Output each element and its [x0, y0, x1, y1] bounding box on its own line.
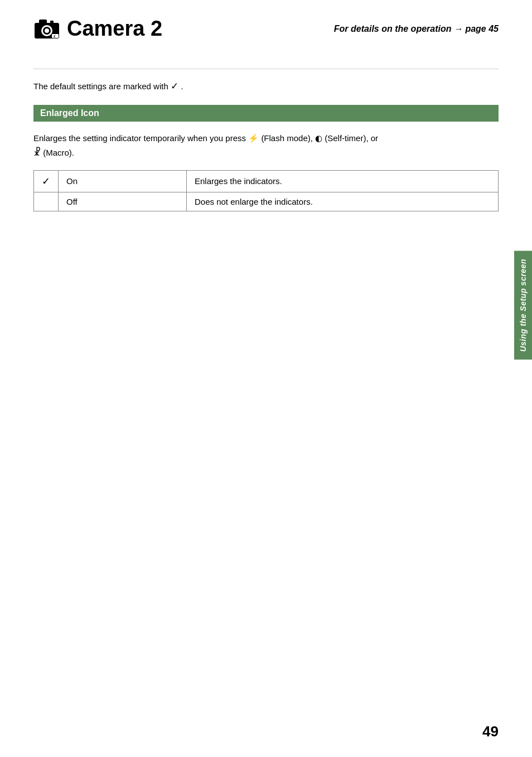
- intro-text-after: .: [181, 81, 183, 91]
- section-header: Enlarged Icon: [33, 105, 499, 122]
- timer-symbol: ◐: [315, 133, 322, 143]
- flash-desc: (Flash mode),: [261, 133, 313, 143]
- description-paragraph: Enlarges the setting indicator temporari…: [33, 132, 499, 160]
- row-icon-off: [34, 192, 59, 211]
- desc-text-before: Enlarges the setting indicator temporari…: [33, 133, 246, 143]
- header-left: 2 Camera 2: [33, 17, 162, 41]
- desc-off-text: Does not enlarge the indicators.: [195, 197, 313, 206]
- row-option-on: On: [59, 170, 187, 192]
- operation-text: For details on the operation: [334, 24, 452, 33]
- row-desc-on: Enlarges the indicators.: [187, 170, 499, 192]
- svg-rect-4: [39, 20, 47, 24]
- default-checkmark: ✓: [171, 81, 178, 91]
- table-row: ✓ On Enlarges the indicators.: [34, 170, 499, 192]
- table-row: Off Does not enlarge the indicators.: [34, 192, 499, 211]
- desc-on-text: Enlarges the indicators.: [195, 176, 282, 186]
- header-divider: [33, 69, 499, 69]
- macro-desc: (Macro).: [43, 148, 74, 157]
- page-ref: page 45: [465, 24, 499, 33]
- svg-rect-5: [50, 21, 54, 23]
- header-operation-ref: For details on the operation → page 45: [334, 24, 499, 34]
- flash-symbol: ⚡: [248, 133, 259, 143]
- svg-point-3: [45, 28, 49, 33]
- arrow-symbol: →: [454, 24, 463, 33]
- section-title: Enlarged Icon: [40, 108, 99, 118]
- page-title: Camera 2: [67, 17, 162, 41]
- option-on-label: On: [66, 176, 78, 186]
- row-icon-on: ✓: [34, 170, 59, 192]
- page-number: 49: [482, 723, 499, 740]
- option-off-label: Off: [66, 197, 78, 206]
- settings-table: ✓ On Enlarges the indicators. Off Does n…: [33, 170, 499, 211]
- macro-symbol: ☧: [33, 147, 41, 158]
- timer-desc: (Self-timer), or: [325, 133, 378, 143]
- row-desc-off: Does not enlarge the indicators.: [187, 192, 499, 211]
- side-tab: Using the Setup screen: [514, 251, 532, 360]
- row-option-off: Off: [59, 192, 187, 211]
- side-tab-label: Using the Setup screen: [519, 259, 528, 352]
- camera-icon-wrapper: 2: [33, 18, 60, 40]
- camera-icon: 2: [33, 18, 60, 40]
- checkmark-icon: ✓: [42, 176, 50, 187]
- intro-text-before: The default settings are marked with: [33, 81, 168, 91]
- intro-paragraph: The default settings are marked with ✓ .: [33, 79, 499, 94]
- page-header: 2 Camera 2 For details on the operation …: [33, 17, 499, 46]
- page-container: 2 Camera 2 For details on the operation …: [0, 0, 532, 757]
